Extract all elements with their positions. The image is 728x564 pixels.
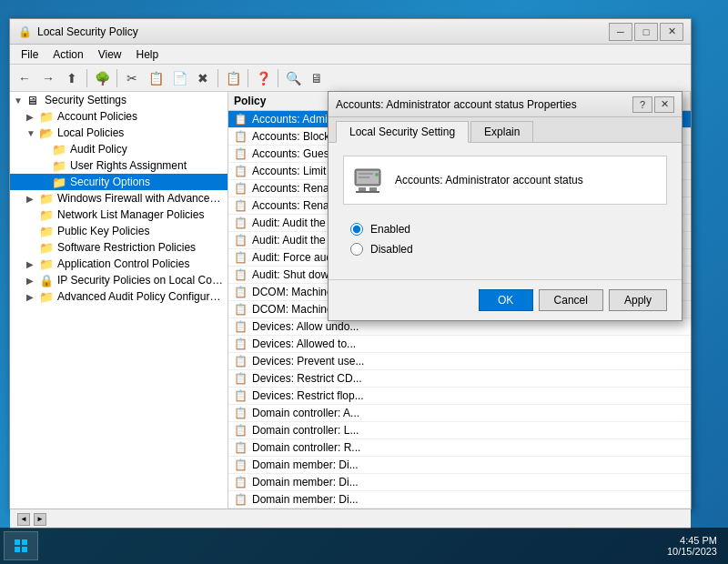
policy-text: Domain controller: L... <box>252 424 359 437</box>
row-policy-icon: 📋 <box>234 407 248 419</box>
tree-ip-security[interactable]: ▶ 🔒 IP Security Policies on Local Comput… <box>10 272 228 288</box>
paste-button[interactable]: 📄 <box>168 67 190 89</box>
help-button[interactable]: ❓ <box>252 67 274 89</box>
svg-rect-7 <box>359 176 369 178</box>
list-row[interactable]: 📋 Devices: Allowed to... <box>228 336 691 353</box>
apply-button[interactable]: Apply <box>609 289 667 311</box>
list-row[interactable]: 📋 Devices: Restrict CD... <box>228 370 691 388</box>
dialog-footer: OK Cancel Apply <box>329 279 682 320</box>
row-policy-icon: 📋 <box>234 458 248 471</box>
menu-help[interactable]: Help <box>129 46 167 63</box>
menu-file[interactable]: File <box>14 46 46 63</box>
back-button[interactable]: ← <box>14 67 35 89</box>
svg-rect-4 <box>356 191 379 193</box>
view-button[interactable]: 🖥 <box>306 67 328 89</box>
expander-advanced-audit: ▶ <box>26 292 39 302</box>
title-bar-buttons: ─ □ ✕ <box>609 23 683 41</box>
windows-logo-icon <box>14 539 28 553</box>
radio-enabled-label[interactable]: Enabled <box>370 223 410 236</box>
row-policy-icon: 📋 <box>234 476 248 488</box>
delete-button[interactable]: ✖ <box>192 67 214 89</box>
scroll-right-button[interactable]: ► <box>34 513 46 526</box>
cancel-button[interactable]: Cancel <box>539 289 603 311</box>
tree-windows-firewall[interactable]: ▶ 📁 Windows Firewall with Advanced Sec..… <box>10 190 228 206</box>
policy-text: Devices: Prevent use... <box>252 355 364 368</box>
forward-button[interactable]: → <box>37 67 59 89</box>
policy-text: Devices: Allowed to... <box>252 337 356 350</box>
properties-button[interactable]: 📋 <box>222 67 244 89</box>
toolbar-separator-4 <box>248 69 248 87</box>
cut-button[interactable]: ✂ <box>121 67 143 89</box>
radio-group: Enabled Disabled <box>343 219 667 267</box>
policy-text: Devices: Restrict CD... <box>252 372 362 385</box>
cell-setting <box>429 491 691 508</box>
toolbar: ← → ⬆ 🌳 ✂ 📋 📄 ✖ 📋 ❓ 🔍 🖥 <box>10 65 691 92</box>
policy-header: Accounts: Administrator account status <box>343 156 667 205</box>
tree-local-policies[interactable]: ▼ 📂 Local Policies <box>10 125 228 141</box>
menu-bar: File Action View Help <box>10 45 691 65</box>
expander-local-policies: ▼ <box>26 128 39 138</box>
row-policy-icon: 📋 <box>234 165 248 177</box>
list-row[interactable]: 📋 Domain controller: A... <box>228 405 691 422</box>
tab-explain[interactable]: Explain <box>470 121 533 142</box>
tree-audit-policy[interactable]: 📁 Audit Policy <box>10 141 228 157</box>
svg-rect-10 <box>15 547 20 552</box>
radio-row-enabled: Enabled <box>350 223 660 236</box>
cell-policy: 📋 Devices: Prevent use... <box>228 353 429 369</box>
row-policy-icon: 📋 <box>234 286 248 298</box>
dialog-help-button[interactable]: ? <box>632 96 652 113</box>
policy-server-icon <box>351 164 384 196</box>
row-policy-icon: 📋 <box>234 130 248 143</box>
list-row[interactable]: 📋 Devices: Restrict flop... <box>228 388 691 405</box>
radio-disabled[interactable] <box>350 243 363 256</box>
list-row[interactable]: 📋 Domain member: Di... <box>228 491 691 509</box>
tree-public-key[interactable]: 📁 Public Key Policies <box>10 223 228 239</box>
minimize-button[interactable]: ─ <box>609 23 632 41</box>
tree-security-settings[interactable]: ▼ 🖥 Security Settings <box>10 92 228 108</box>
svg-rect-3 <box>369 187 377 191</box>
toolbar-separator-1 <box>86 69 87 87</box>
tree-panel[interactable]: ▼ 🖥 Security Settings ▶ 📁 Account Polici… <box>10 92 228 509</box>
up-button[interactable]: ⬆ <box>61 67 83 89</box>
close-button[interactable]: ✕ <box>660 23 683 41</box>
show-hide-console-tree[interactable]: 🌳 <box>91 67 113 89</box>
cell-policy: 📋 Domain member: Di... <box>228 457 429 473</box>
cell-policy: 📋 Domain member: Di... <box>228 474 429 490</box>
radio-enabled[interactable] <box>350 223 363 236</box>
windows-firewall-icon: 📁 <box>39 192 54 205</box>
taskbar-start-button[interactable] <box>4 531 38 560</box>
svg-rect-2 <box>359 187 366 191</box>
row-policy-icon: 📋 <box>234 320 248 333</box>
menu-action[interactable]: Action <box>46 46 90 63</box>
list-row[interactable]: 📋 Devices: Prevent use... <box>228 353 691 370</box>
export-button[interactable]: 🔍 <box>282 67 304 89</box>
list-row[interactable]: 📋 Domain controller: R... <box>228 439 691 457</box>
cell-setting <box>429 336 691 352</box>
row-policy-icon: 📋 <box>234 337 248 350</box>
tab-local-security-setting[interactable]: Local Security Setting <box>336 121 469 143</box>
tree-app-control[interactable]: ▶ 📁 Application Control Policies <box>10 256 228 272</box>
radio-disabled-label[interactable]: Disabled <box>370 243 413 256</box>
tree-software-restriction[interactable]: 📁 Software Restriction Policies <box>10 239 228 256</box>
tree-account-policies[interactable]: ▶ 📁 Account Policies <box>10 108 228 125</box>
menu-view[interactable]: View <box>91 46 129 63</box>
tree-network-list[interactable]: 📁 Network List Manager Policies <box>10 206 228 223</box>
expander-account-policies: ▶ <box>26 112 39 122</box>
row-policy-icon: 📋 <box>234 147 248 160</box>
scroll-left-button[interactable]: ◄ <box>17 513 30 526</box>
ok-button[interactable]: OK <box>479 289 533 311</box>
tree-advanced-audit[interactable]: ▶ 📁 Advanced Audit Policy Configuration <box>10 288 228 305</box>
tree-security-options[interactable]: 📁 Security Options <box>10 174 228 190</box>
windows-firewall-label: Windows Firewall with Advanced Sec... <box>57 192 224 205</box>
expander-windows-firewall: ▶ <box>26 194 39 204</box>
dialog-close-button[interactable]: ✕ <box>654 96 674 113</box>
security-options-icon: 📁 <box>52 176 66 188</box>
tree-user-rights[interactable]: 📁 User Rights Assignment <box>10 157 228 174</box>
list-row[interactable]: 📋 Domain member: Di... <box>228 474 691 491</box>
maximize-button[interactable]: □ <box>634 23 658 41</box>
copy-button[interactable]: 📋 <box>145 67 167 89</box>
list-row[interactable]: 📋 Domain controller: L... <box>228 422 691 439</box>
taskbar: 4:45 PM 10/15/2023 <box>0 528 728 564</box>
expander-app-control: ▶ <box>26 259 39 269</box>
list-row[interactable]: 📋 Domain member: Di... <box>228 457 691 474</box>
